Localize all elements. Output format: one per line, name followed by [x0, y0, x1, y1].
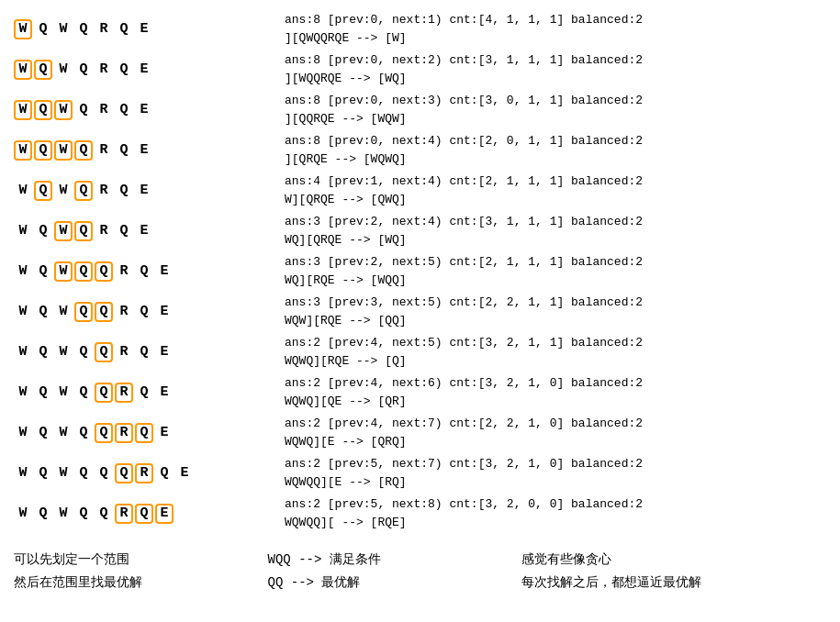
char-3-0: W — [14, 140, 32, 161]
char-11-7: Q — [155, 465, 174, 482]
char-5-1: Q — [34, 223, 52, 239]
char-7-5: R — [115, 304, 133, 320]
char-3-6: E — [135, 142, 153, 159]
char-4-5: Q — [115, 183, 133, 199]
seq-row-5: WQWQRQE — [14, 211, 271, 251]
footer-col-1: 可以先划定一个范围 然后在范围里找最优解 — [14, 549, 268, 594]
char-6-0: W — [14, 263, 32, 280]
char-8-3: Q — [74, 344, 93, 361]
char-6-5: R — [115, 263, 133, 280]
info-text-9: ans:2 [prev:4, next:6) cnt:[3, 2, 1, 0] … — [285, 374, 643, 411]
char-7-4: Q — [95, 302, 113, 322]
char-0-3: Q — [74, 21, 93, 38]
char-4-2: W — [54, 183, 73, 199]
info-text-2: ans:8 [prev:0, next:3) cnt:[3, 0, 1, 1] … — [285, 92, 643, 128]
char-12-3: Q — [74, 505, 93, 522]
char-0-6: E — [135, 21, 153, 38]
char-12-7: E — [155, 504, 174, 524]
sequence-12: WQWQQRQE — [14, 504, 174, 524]
info-row-6: ans:3 [prev:2, next:5) cnt:[2, 1, 1, 1] … — [285, 251, 826, 292]
char-0-4: R — [95, 21, 113, 38]
char-8-5: R — [115, 344, 133, 361]
char-5-5: Q — [115, 223, 133, 239]
right-column: ans:8 [prev:0, next:1) cnt:[4, 1, 1, 1] … — [280, 9, 826, 534]
char-0-0: W — [14, 19, 32, 39]
char-7-7: E — [155, 304, 174, 320]
info-text-5: ans:3 [prev:2, next:4) cnt:[3, 1, 1, 1] … — [285, 213, 643, 250]
char-10-6: Q — [135, 423, 153, 443]
char-7-3: Q — [74, 302, 93, 322]
char-10-5: R — [115, 423, 133, 443]
footer-line5: 感觉有些像贪心 — [521, 549, 826, 572]
info-text-7: ans:3 [prev:3, next:5) cnt:[2, 2, 1, 1] … — [285, 294, 643, 330]
info-row-10: ans:2 [prev:4, next:7) cnt:[2, 2, 1, 0] … — [285, 413, 826, 453]
seq-row-12: WQWQQRQE — [14, 494, 271, 534]
char-1-1: Q — [34, 60, 52, 80]
char-11-2: W — [54, 465, 73, 482]
char-8-4: Q — [95, 342, 113, 362]
char-9-6: Q — [135, 384, 153, 401]
char-12-4: Q — [95, 505, 113, 522]
char-4-6: E — [135, 183, 153, 199]
char-2-4: R — [95, 102, 113, 118]
char-3-3: Q — [74, 140, 93, 161]
char-3-2: W — [54, 140, 73, 161]
char-10-4: Q — [95, 423, 113, 443]
char-2-5: Q — [115, 102, 133, 118]
info-text-4: ans:4 [prev:1, next:4) cnt:[2, 1, 1, 1] … — [285, 172, 643, 209]
sequence-1: WQWQRQE — [14, 60, 153, 80]
sequence-11: WQWQQQRQE — [14, 463, 194, 483]
info-row-7: ans:3 [prev:3, next:5) cnt:[2, 2, 1, 1] … — [285, 292, 826, 332]
char-5-6: E — [135, 223, 153, 239]
footer-col-3: 感觉有些像贪心 每次找解之后，都想逼近最优解 — [521, 549, 826, 594]
seq-row-1: WQWQRQE — [14, 50, 271, 90]
char-2-6: E — [135, 102, 153, 118]
seq-row-8: WQWQQRQE — [14, 332, 271, 372]
char-7-1: Q — [34, 304, 52, 320]
char-10-2: W — [54, 425, 73, 441]
sequence-4: WQWQRQE — [14, 181, 153, 201]
info-text-1: ans:8 [prev:0, next:2) cnt:[3, 1, 1, 1] … — [285, 51, 643, 88]
char-10-0: W — [14, 425, 32, 441]
seq-row-4: WQWQRQE — [14, 171, 271, 211]
info-text-8: ans:2 [prev:4, next:5) cnt:[3, 2, 1, 1] … — [285, 334, 643, 371]
char-0-1: Q — [34, 21, 52, 38]
info-text-10: ans:2 [prev:4, next:7) cnt:[2, 2, 1, 0] … — [285, 415, 643, 451]
char-10-1: Q — [34, 425, 52, 441]
char-2-3: Q — [74, 102, 93, 118]
info-row-0: ans:8 [prev:0, next:1) cnt:[4, 1, 1, 1] … — [285, 9, 826, 50]
sequence-7: WQWQQRQE — [14, 302, 174, 322]
seq-row-0: WQWQRQE — [14, 9, 271, 50]
seq-row-3: WQWQRQE — [14, 130, 271, 171]
char-8-6: Q — [135, 344, 153, 361]
char-11-1: Q — [34, 465, 52, 482]
sequence-8: WQWQQRQE — [14, 342, 174, 362]
char-2-1: Q — [34, 100, 52, 120]
char-5-0: W — [14, 223, 32, 239]
char-5-4: R — [95, 223, 113, 239]
char-3-1: Q — [34, 140, 52, 161]
info-text-12: ans:2 [prev:5, next:8) cnt:[3, 2, 0, 0] … — [285, 495, 643, 532]
sequence-5: WQWQRQE — [14, 221, 153, 241]
char-7-0: W — [14, 304, 32, 320]
char-9-1: Q — [34, 384, 52, 401]
char-6-1: Q — [34, 263, 52, 280]
char-12-6: Q — [135, 504, 153, 524]
char-3-4: R — [95, 142, 113, 159]
char-6-6: Q — [135, 263, 153, 280]
sequence-9: WQWQQRQE — [14, 383, 174, 403]
info-row-12: ans:2 [prev:5, next:8) cnt:[3, 2, 0, 0] … — [285, 494, 826, 534]
seq-row-10: WQWQQRQE — [14, 413, 271, 453]
sequence-10: WQWQQRQE — [14, 423, 174, 443]
char-11-5: Q — [115, 463, 133, 483]
info-text-11: ans:2 [prev:5, next:7) cnt:[3, 2, 1, 0] … — [285, 455, 643, 492]
footer-line1: 可以先划定一个范围 — [14, 549, 268, 572]
char-11-3: Q — [74, 465, 93, 482]
seq-row-6: WQWQQRQE — [14, 251, 271, 292]
char-12-5: R — [115, 504, 133, 524]
char-1-5: Q — [115, 61, 133, 78]
char-0-2: W — [54, 21, 73, 38]
footer-line3: WQQ --> 满足条件 — [268, 549, 522, 572]
char-1-2: W — [54, 61, 73, 78]
char-4-4: R — [95, 183, 113, 199]
